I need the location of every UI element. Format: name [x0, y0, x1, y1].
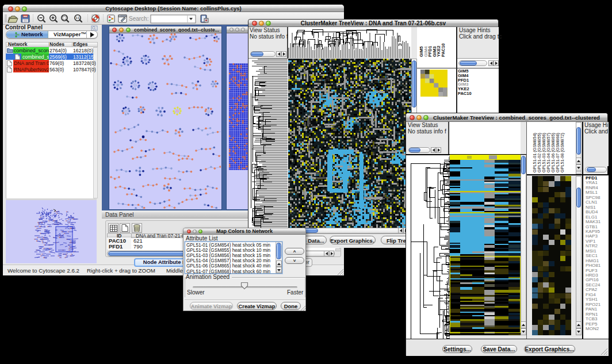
- svg-text:GPL51-08 (GSM872): GPL51-08 (GSM872): [560, 133, 565, 173]
- svg-text:1:1: 1:1: [75, 16, 79, 20]
- svg-text:PAC10: PAC10: [441, 43, 446, 57]
- svg-text:Search:: Search:: [129, 16, 148, 22]
